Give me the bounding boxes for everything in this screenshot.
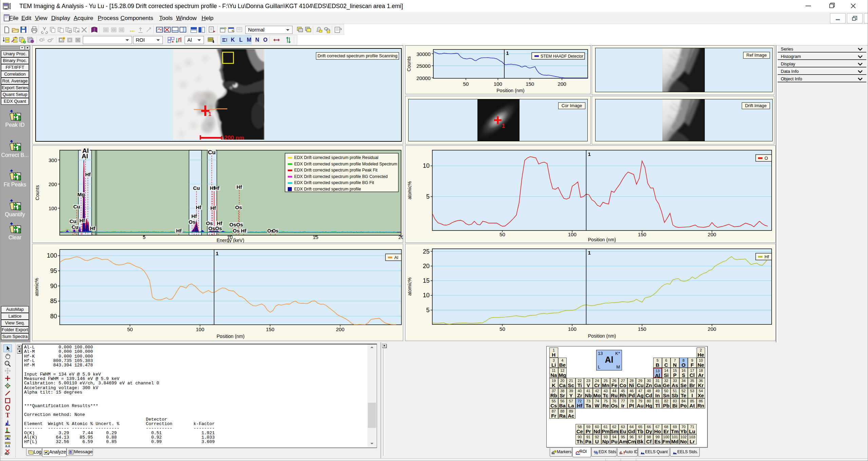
svg-text:Hf: Hf [237, 184, 242, 190]
svg-text:150: 150 [638, 232, 646, 237]
svg-text:200: 200 [558, 81, 566, 87]
svg-text:EDX Drift corrected spectrum p: EDX Drift corrected spectrum profile BG … [294, 174, 388, 179]
svg-text:25: 25 [423, 248, 430, 255]
svg-text:Cu: Cu [73, 204, 80, 209]
svg-text:85: 85 [50, 298, 57, 304]
svg-text:Counts: Counts [35, 185, 40, 200]
svg-text:%: % [594, 450, 598, 455]
svg-text:Hf: Hf [210, 205, 216, 211]
svg-text:15: 15 [423, 277, 430, 284]
svg-text:1: 1 [502, 123, 505, 129]
svg-text:95: 95 [50, 267, 57, 274]
svg-text:Energy (keV): Energy (keV) [216, 238, 244, 243]
svg-text:Hf: Hf [176, 228, 182, 234]
svg-text:1: 1 [588, 151, 591, 157]
svg-text:100: 100 [568, 326, 577, 332]
svg-text:200: 200 [49, 181, 57, 187]
svg-text:i: i [70, 451, 71, 454]
svg-text:Os: Os [208, 225, 215, 231]
svg-text:100: 100 [49, 205, 57, 211]
svg-text:300: 300 [49, 157, 57, 163]
svg-text:EDX Drift corrected spectrum p: EDX Drift corrected spectrum profile [294, 187, 361, 192]
svg-text:100: 100 [494, 81, 502, 87]
svg-text:10: 10 [423, 162, 430, 169]
svg-text:Position (nm): Position (nm) [496, 88, 524, 93]
svg-text:EDX Drift corrected spectrum p: EDX Drift corrected spectrum profile Mod… [294, 162, 397, 166]
svg-text:Position (nm): Position (nm) [588, 237, 616, 242]
svg-text:100: 100 [568, 232, 577, 237]
svg-text:10: 10 [423, 292, 430, 299]
svg-text:150: 150 [266, 326, 274, 332]
svg-text:1: 1 [208, 111, 211, 117]
svg-text:5: 5 [143, 234, 145, 240]
svg-text:Position (nm): Position (nm) [588, 333, 616, 339]
svg-text:Mg: Mg [77, 192, 85, 197]
svg-text:!: ! [623, 450, 624, 455]
svg-text:80: 80 [50, 313, 57, 320]
svg-text:50: 50 [499, 232, 505, 237]
svg-text:20: 20 [398, 234, 403, 240]
svg-text:Cu: Cu [70, 218, 76, 224]
svg-text:100: 100 [196, 326, 204, 332]
svg-text:20000: 20000 [416, 75, 431, 81]
svg-text:25000: 25000 [416, 63, 431, 69]
svg-text:150: 150 [638, 326, 646, 332]
svg-text:Os: Os [235, 204, 242, 210]
svg-text:EDX Drift corrected spectrum p: EDX Drift corrected spectrum profile Pea… [294, 168, 378, 173]
svg-text:atomic%: atomic% [407, 278, 412, 296]
svg-text:EDX Drift corrected spectrum p: EDX Drift corrected spectrum profile BG … [294, 180, 374, 185]
svg-text:Os: Os [236, 222, 243, 227]
svg-text:O: O [765, 156, 768, 161]
svg-text:50: 50 [127, 326, 133, 332]
svg-text:atomic%: atomic% [34, 278, 39, 296]
svg-text:1: 1 [506, 50, 509, 56]
svg-text:20: 20 [423, 263, 430, 269]
svg-text:90: 90 [50, 283, 57, 289]
svg-text:T: T [5, 412, 10, 419]
svg-text:Cu: Cu [72, 224, 78, 230]
svg-text:Position (nm): Position (nm) [216, 334, 244, 339]
svg-text:Hf: Hf [79, 218, 85, 223]
svg-text:Hf: Hf [765, 254, 769, 259]
svg-text:15: 15 [313, 234, 318, 240]
svg-text:50: 50 [463, 81, 469, 87]
svg-text:atomic%: atomic% [407, 181, 412, 200]
svg-text:Al: Al [82, 147, 89, 154]
svg-text:EDX Drift corrected spectrum p: EDX Drift corrected spectrum profile Res… [294, 155, 378, 160]
svg-text:30000: 30000 [416, 51, 431, 57]
svg-text:Cu: Cu [193, 185, 200, 191]
svg-text:Hf: Hf [241, 228, 247, 234]
svg-text:Os: Os [215, 225, 222, 231]
svg-text:5: 5 [426, 307, 430, 314]
svg-text:Hf: Hf [90, 225, 96, 231]
svg-text:Hf: Hf [196, 204, 202, 210]
svg-text:Os: Os [272, 228, 279, 234]
svg-text:Hf: Hf [85, 172, 91, 177]
svg-text:200 nm: 200 nm [224, 135, 244, 140]
svg-text:200: 200 [708, 232, 716, 237]
svg-text:Os: Os [189, 219, 195, 225]
svg-text:1: 1 [588, 250, 591, 256]
svg-text:5: 5 [426, 193, 430, 200]
svg-text:Os: Os [233, 228, 240, 234]
svg-text:Hf: Hf [214, 185, 220, 191]
svg-text:Os: Os [229, 222, 236, 227]
svg-text:1: 1 [216, 250, 219, 256]
svg-text:Al: Al [394, 255, 398, 260]
svg-text:Hf: Hf [217, 220, 223, 226]
svg-text:Counts: Counts [406, 56, 412, 71]
svg-text:200: 200 [336, 326, 344, 332]
svg-text:200: 200 [708, 326, 716, 332]
svg-text:150: 150 [526, 81, 534, 87]
svg-text:100: 100 [47, 252, 57, 259]
svg-text:Hf: Hf [191, 213, 197, 219]
svg-text:50: 50 [499, 326, 505, 332]
svg-text:Cu: Cu [208, 149, 216, 156]
svg-text:STEM HAADF Detector: STEM HAADF Detector [541, 54, 583, 59]
